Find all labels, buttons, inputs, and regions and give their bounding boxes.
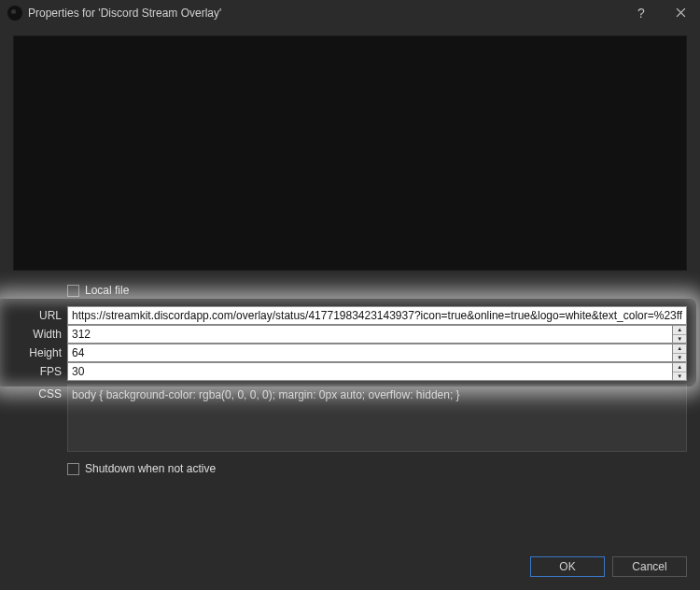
fps-label: FPS: [13, 362, 62, 378]
url-input[interactable]: [67, 306, 687, 325]
close-icon: [676, 6, 686, 21]
form: Local file URL Width ▲ ▼: [13, 280, 687, 481]
local-file-label: Local file: [85, 284, 129, 297]
height-stepper: ▲ ▼: [672, 344, 687, 362]
cancel-button[interactable]: Cancel: [612, 556, 687, 577]
url-label: URL: [13, 306, 62, 322]
dialog-content: Local file URL Width ▲ ▼: [0, 26, 700, 551]
properties-dialog: Properties for 'Discord Stream Overlay' …: [0, 0, 700, 590]
help-button[interactable]: ?: [622, 0, 661, 26]
preview-area: [13, 35, 687, 271]
highlighted-section: URL Width ▲ ▼ Heig: [13, 306, 687, 381]
width-input[interactable]: [67, 325, 672, 344]
width-label: Width: [13, 325, 62, 341]
fps-step-down[interactable]: ▼: [673, 372, 686, 381]
local-file-checkbox[interactable]: Local file: [67, 280, 687, 302]
help-icon: ?: [637, 6, 645, 21]
shutdown-label: Shutdown when not active: [85, 462, 216, 475]
height-step-down[interactable]: ▼: [673, 354, 686, 362]
css-label: CSS: [13, 385, 62, 400]
checkbox-icon: [67, 463, 79, 475]
ok-button[interactable]: OK: [530, 556, 605, 577]
fps-input[interactable]: [67, 362, 672, 381]
width-step-up[interactable]: ▲: [673, 326, 686, 335]
fps-step-up[interactable]: ▲: [673, 363, 686, 372]
css-input[interactable]: [67, 385, 687, 452]
dialog-footer: OK Cancel: [0, 551, 700, 590]
close-button[interactable]: [661, 0, 700, 26]
shutdown-checkbox[interactable]: Shutdown when not active: [67, 458, 687, 481]
height-input[interactable]: [67, 344, 672, 362]
fps-stepper: ▲ ▼: [672, 362, 687, 381]
window-title: Properties for 'Discord Stream Overlay': [28, 7, 221, 20]
checkbox-icon: [67, 285, 79, 297]
height-step-up[interactable]: ▲: [673, 344, 686, 354]
titlebar: Properties for 'Discord Stream Overlay' …: [0, 0, 700, 26]
width-stepper: ▲ ▼: [672, 325, 687, 344]
height-label: Height: [13, 344, 62, 359]
app-icon: [7, 6, 22, 21]
width-step-down[interactable]: ▼: [673, 335, 686, 344]
